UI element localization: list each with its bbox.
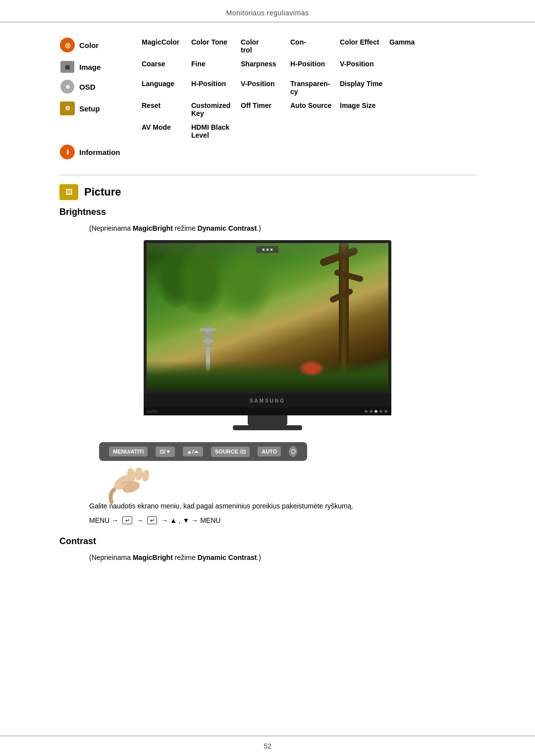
menu-item: V-Position (238, 79, 287, 97)
formula-box-1: ↵ (122, 516, 132, 524)
page-container: Monitoriaus reguliavimas ◎ Color MagicCo… (0, 0, 535, 756)
menu-item: Sharpness (238, 59, 287, 69)
brightness-desc: (Neprieinama MagicBright režime Dynamic … (89, 224, 476, 232)
color-icon: ◎ (59, 37, 75, 53)
status-dot (370, 410, 373, 413)
formula-line: MENU → ↵ → ↵ → ▲ , ▼ → MENU (89, 516, 476, 524)
image-label: Image (79, 63, 101, 71)
monitor-image-container: ■ ■ ■ SAMSUNG AUTO (124, 240, 411, 430)
menu-item: Display Time (337, 79, 386, 97)
menu-item: Fine (188, 59, 238, 69)
picture-heading-text: Picture (84, 186, 121, 199)
menu-item: Colortrol (238, 37, 287, 55)
menu-label-color: ◎ Color (59, 37, 139, 53)
setup-items: Reset CustomizedKey Off Timer Auto Sourc… (139, 101, 476, 118)
remote-eq-btn[interactable]: ⊡/▼ (156, 447, 175, 457)
menu-item: Reset (139, 101, 188, 118)
formula-box-2: ↵ (147, 516, 157, 524)
svg-point-3 (141, 469, 150, 482)
svg-point-2 (134, 467, 143, 480)
information-label: Information (79, 148, 120, 156)
contrast-heading: Contrast (59, 536, 476, 547)
status-dot-active (374, 410, 377, 413)
menu-item: Gamma (386, 37, 436, 55)
picture-icon: 🖼 (59, 184, 78, 200)
menu-item: HDMI BlackLevel (188, 122, 238, 140)
image-icon: ▣ (59, 59, 75, 75)
menu-label-image: ▣ Image (59, 59, 139, 75)
hand-drawing (104, 460, 163, 506)
menu-item: Language (139, 79, 188, 97)
menu-item: Off Timer (238, 101, 287, 118)
menu-item: CustomizedKey (188, 101, 238, 118)
image-items: Coarse Fine Sharpness H-Position V-Posit… (139, 59, 476, 69)
page-footer: 52 (0, 736, 535, 756)
information-icon: ℹ (59, 144, 75, 160)
picture-heading: 🖼 Picture (59, 184, 476, 200)
page-number: 52 (264, 742, 271, 750)
menu-item: AV Mode (139, 122, 188, 140)
menu-row-information: ℹ Information (59, 144, 476, 160)
monitor-base (233, 425, 302, 430)
remote-auto-btn[interactable]: AUTO (258, 447, 281, 456)
menu-item: Transparen-cy (287, 79, 337, 97)
power-icon (291, 449, 296, 454)
contrast-desc: (Neprieinama MagicBright režime Dynamic … (89, 554, 476, 561)
brightness-heading: Brightness (59, 207, 476, 217)
menu-item: MagicColor (139, 37, 188, 55)
monitor-status-bar: AUTO (144, 407, 391, 415)
color-label: Color (79, 41, 99, 50)
menu-item: Coarse (139, 59, 188, 69)
menu-label-osd: ⊕ OSD (59, 79, 139, 95)
remote-panel: MENU/ATITI ⊡/▼ ▲/⏶ SOURCE /⊡ AUTO (99, 442, 307, 461)
menu-row-setup2: AV Mode HDMI BlackLevel (59, 122, 476, 140)
menu-item: Con- (287, 37, 337, 55)
monitor-screen: ■ ■ ■ (144, 240, 391, 394)
status-dot (379, 410, 382, 413)
menu-item: Image Size (337, 101, 386, 118)
osd-items: Language H-Position V-Position Transpare… (139, 79, 476, 97)
menu-item: V-Position (337, 59, 386, 69)
menu-label-setup: ⚙ Setup (59, 101, 139, 116)
menu-row-color: ◎ Color MagicColor Color Tone Colortrol … (59, 37, 476, 55)
menu-row-image: ▣ Image Coarse Fine Sharpness H-Position… (59, 59, 476, 75)
remote-section: MENU/ATITI ⊡/▼ ▲/⏶ SOURCE /⊡ AUTO (99, 442, 476, 461)
menu-row-setup: ⚙ Setup Reset CustomizedKey Off Timer Au… (59, 101, 476, 118)
header-title: Monitoriaus reguliavimas (226, 9, 309, 17)
monitor-stand (248, 415, 287, 425)
menu-item: Color Tone (188, 37, 238, 55)
remote-arrow-btn[interactable]: ▲/⏶ (183, 447, 203, 456)
remote-power-btn[interactable] (289, 446, 297, 457)
menu-item: H-Position (287, 59, 337, 69)
menu-item: Auto Source (287, 101, 337, 118)
main-content: ◎ Color MagicColor Color Tone Colortrol … (0, 22, 535, 589)
osd-label: OSD (79, 83, 96, 91)
color-items: MagicColor Color Tone Colortrol Con- Col… (139, 37, 476, 55)
page-header: Monitoriaus reguliavimas (0, 0, 535, 22)
setup2-items: AV Mode HDMI BlackLevel (139, 122, 476, 140)
contrast-section: Contrast (Neprieinama MagicBright režime… (59, 536, 476, 561)
picture-section: 🖼 Picture Brightness (Neprieinama MagicB… (59, 184, 476, 561)
status-dot (365, 410, 368, 413)
osd-icon: ⊕ (59, 79, 75, 95)
setup-icon: ⚙ (59, 101, 75, 116)
remote-menu-btn[interactable]: MENU/ATITI (109, 447, 148, 456)
menu-item: Color Effect (337, 37, 386, 55)
menu-row-osd: ⊕ OSD Language H-Position V-Position Tra… (59, 79, 476, 97)
remote-source-btn[interactable]: SOURCE /⊡ (211, 447, 250, 457)
menu-table: ◎ Color MagicColor Color Tone Colortrol … (59, 37, 476, 160)
hand-svg (104, 460, 163, 504)
section-divider (59, 175, 476, 175)
menu-item: H-Position (188, 79, 238, 97)
monitor-brand-text: SAMSUNG (250, 398, 285, 403)
monitor-bottom-bar: SAMSUNG (144, 394, 391, 407)
setup-label: Setup (79, 104, 100, 113)
menu-label-information: ℹ Information (59, 144, 139, 160)
status-dot (384, 410, 387, 413)
